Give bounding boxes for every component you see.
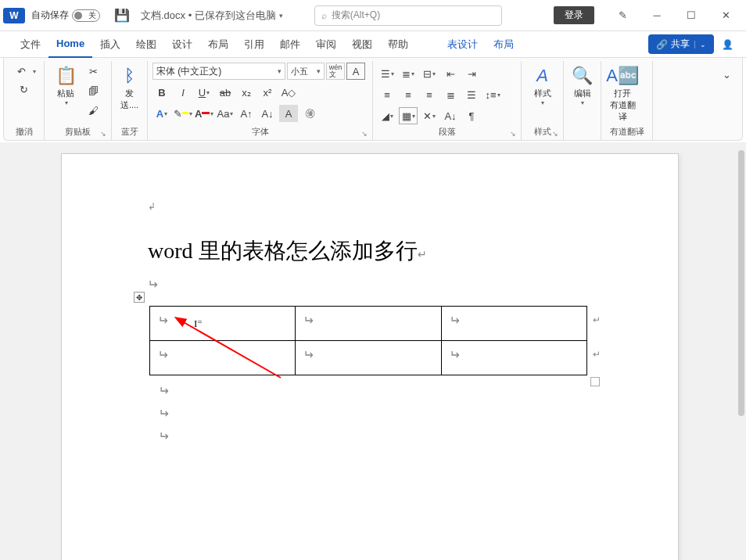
login-button[interactable]: 登录: [554, 6, 594, 24]
sort-button[interactable]: A↓: [441, 107, 460, 124]
tab-help[interactable]: 帮助: [380, 31, 416, 58]
align-right-button[interactable]: ≡: [420, 86, 439, 103]
clear-formatting-button[interactable]: A◇: [279, 84, 298, 101]
tab-references[interactable]: 引用: [236, 31, 272, 58]
document-area: ↲ word 里的表格怎么添加多行↵ ↵ ✥ ↵ I⁼ ↵ ↵↵ ↵: [0, 142, 746, 560]
tab-file[interactable]: 文件: [13, 31, 48, 58]
superscript-button[interactable]: x²: [258, 84, 277, 101]
chevron-down-icon: ⌄: [694, 41, 706, 48]
enclose-characters-button[interactable]: ㊝: [300, 105, 319, 122]
font-name-combo[interactable]: 宋体 (中文正文) ▾: [152, 63, 285, 80]
tab-mailings[interactable]: 邮件: [272, 31, 308, 58]
group-editing-label: [568, 124, 596, 138]
account-icon[interactable]: 👤: [722, 39, 733, 50]
align-center-button[interactable]: ≡: [399, 86, 418, 103]
chevron-down-icon: ▾: [541, 99, 544, 106]
table-cell[interactable]: ↵↵: [441, 341, 586, 375]
cut-button[interactable]: ✂: [84, 63, 102, 80]
character-border-button[interactable]: A: [346, 63, 365, 80]
tab-table-design[interactable]: 表设计: [439, 38, 486, 52]
underline-button[interactable]: U▾: [195, 84, 213, 101]
strikethrough-button[interactable]: ab: [216, 84, 235, 101]
multilevel-list-button[interactable]: ⊟▾: [420, 65, 439, 82]
share-icon: 🔗: [656, 39, 668, 50]
increase-indent-button[interactable]: ⇥: [462, 65, 481, 82]
show-marks-button[interactable]: ¶: [462, 107, 481, 124]
grow-font-button[interactable]: A↑: [237, 105, 256, 122]
bullets-button[interactable]: ☰▾: [378, 65, 396, 82]
table-cell[interactable]: ↵: [296, 307, 441, 341]
bluetooth-icon: ᛒ: [124, 64, 134, 88]
dialog-launcher-icon[interactable]: ↘: [552, 130, 558, 138]
paste-button[interactable]: 📋 粘贴 ▾: [49, 63, 82, 108]
redo-button[interactable]: ↻: [15, 81, 34, 98]
tab-home[interactable]: Home: [48, 31, 92, 58]
justify-button[interactable]: ≣: [441, 86, 460, 103]
share-button[interactable]: 🔗 共享 ⌄: [648, 34, 714, 54]
change-case-button[interactable]: Aa▾: [216, 105, 235, 122]
autosave-toggle[interactable]: 关: [72, 9, 100, 22]
align-left-button[interactable]: ≡: [378, 86, 396, 103]
tab-table-layout[interactable]: 布局: [486, 38, 522, 52]
paragraph-mark: ↵: [159, 383, 169, 398]
phonetic-guide-button[interactable]: wén文: [326, 63, 345, 80]
undo-button[interactable]: ↶: [12, 63, 30, 80]
translate-icon: A🔤: [606, 64, 639, 88]
bluetooth-send-button[interactable]: ᛒ 发送....: [117, 63, 142, 113]
font-name-value: 宋体 (中文正文): [156, 65, 221, 78]
table-cell[interactable]: ↵↵: [441, 307, 586, 341]
table-cell[interactable]: ↵: [296, 341, 441, 375]
title-dropdown-icon[interactable]: ▾: [279, 12, 283, 20]
font-color-button[interactable]: A▾: [195, 105, 213, 122]
coming-soon-icon[interactable]: ✎: [605, 3, 640, 28]
group-undo-label: 撤消: [9, 124, 39, 138]
document-page[interactable]: ↲ word 里的表格怎么添加多行↵ ↵ ✥ ↵ I⁼ ↵ ↵↵ ↵: [61, 153, 679, 560]
title-bar: W 自动保存 关 💾 文档.docx • 已保存到这台电脑 ▾ ⌕ 搜索(Alt…: [0, 0, 746, 31]
bold-button[interactable]: B: [152, 84, 171, 101]
subscript-button[interactable]: x₂: [237, 84, 256, 101]
line-spacing-button[interactable]: ↕≡▾: [483, 86, 502, 103]
font-size-combo[interactable]: 小五 ▾: [287, 63, 325, 80]
search-placeholder: 搜索(Alt+Q): [332, 9, 380, 22]
maximize-button[interactable]: ☐: [674, 3, 708, 28]
distributed-button[interactable]: ☰: [462, 86, 481, 103]
table-move-handle-icon[interactable]: ✥: [134, 292, 145, 303]
styles-button[interactable]: A 样式 ▾: [526, 63, 558, 108]
tab-view[interactable]: 视图: [344, 31, 380, 58]
character-shading-button[interactable]: A: [279, 105, 298, 122]
save-icon[interactable]: 💾: [114, 8, 130, 23]
shrink-font-button[interactable]: A↓: [258, 105, 277, 122]
borders-button[interactable]: ▦▾: [399, 107, 418, 124]
tab-layout[interactable]: 布局: [200, 31, 236, 58]
ribbon: ↶ ▾ ↻ 撤消 📋 粘贴 ▾ ✂ 🗐 🖌 剪贴板↘ ᛒ: [3, 58, 743, 141]
toggle-state: 关: [88, 10, 96, 21]
numbering-button[interactable]: ≣▾: [399, 65, 418, 82]
tab-draw[interactable]: 绘图: [128, 31, 164, 58]
tab-review[interactable]: 审阅: [308, 31, 344, 58]
highlight-button[interactable]: ✎▾: [174, 105, 192, 122]
editing-button[interactable]: 🔍 编辑 ▾: [568, 63, 596, 108]
undo-dropdown-icon[interactable]: ▾: [33, 68, 36, 75]
minimize-button[interactable]: ─: [640, 3, 674, 28]
text-effects-button[interactable]: A▾: [152, 105, 171, 122]
document-title[interactable]: 文档.docx • 已保存到这台电脑: [141, 9, 276, 23]
close-button[interactable]: ✕: [708, 3, 743, 28]
table-resize-handle-icon[interactable]: [590, 377, 600, 386]
italic-button[interactable]: I: [174, 84, 192, 101]
paragraph-mark: ↵: [148, 277, 158, 292]
dialog-launcher-icon[interactable]: ↘: [361, 130, 368, 138]
group-styles-label: 样式: [534, 126, 551, 138]
dialog-launcher-icon[interactable]: ↘: [510, 130, 516, 138]
shading-button[interactable]: ◢▾: [378, 107, 396, 124]
tab-design[interactable]: 设计: [164, 31, 200, 58]
decrease-indent-button[interactable]: ⇤: [441, 65, 460, 82]
asian-layout-button[interactable]: ✕▾: [420, 107, 439, 124]
youdao-translate-button[interactable]: A🔤 打开 有道翻译: [606, 63, 639, 124]
search-input[interactable]: ⌕ 搜索(Alt+Q): [314, 5, 502, 26]
ribbon-options-icon[interactable]: ⌄: [717, 66, 736, 83]
dialog-launcher-icon[interactable]: ↘: [100, 130, 106, 138]
format-painter-button[interactable]: 🖌: [84, 102, 102, 119]
copy-button[interactable]: 🗐: [84, 82, 102, 99]
vertical-scrollbar[interactable]: [738, 150, 744, 416]
tab-insert[interactable]: 插入: [92, 31, 128, 58]
